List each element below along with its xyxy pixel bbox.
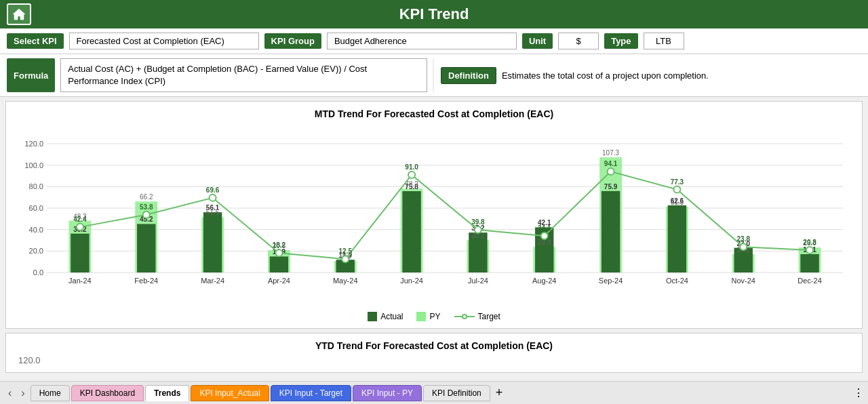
kpi-selector-bar: Select KPI Forecasted Cost at Completion…: [0, 28, 868, 54]
svg-text:Jul-24: Jul-24: [468, 277, 488, 285]
svg-marker-0: [13, 9, 25, 20]
svg-text:Nov-24: Nov-24: [732, 277, 755, 285]
svg-point-81: [275, 250, 282, 257]
ytd-chart-container: YTD Trend For Forecasted Cost at Complet…: [5, 333, 863, 373]
tab-next-button[interactable]: ›: [17, 386, 28, 401]
svg-text:20.0: 20.0: [29, 247, 43, 256]
legend-target-line: [454, 312, 475, 321]
svg-text:60.0: 60.0: [29, 204, 43, 212]
svg-text:Jan-24: Jan-24: [68, 277, 92, 285]
svg-text:66.2: 66.2: [140, 194, 153, 201]
tab-prev-button[interactable]: ‹: [4, 386, 16, 401]
definition-text: Estimates the total cost of a project up…: [502, 70, 861, 81]
svg-text:23.8: 23.8: [737, 236, 751, 243]
svg-text:18.2: 18.2: [273, 242, 286, 249]
home-button[interactable]: [7, 3, 31, 25]
tab-kpi-input-py[interactable]: KPI Input - PY: [353, 385, 422, 401]
tab-kpi-input-target[interactable]: KPI Input - Target: [271, 385, 351, 401]
formula-section: Formula Actual Cost (AC) + (Budget at Co…: [7, 58, 427, 92]
mtd-chart-container: MTD Trend For Forecasted Cost at Complet…: [5, 101, 863, 329]
svg-text:May-24: May-24: [333, 277, 358, 285]
svg-rect-71: [800, 254, 818, 272]
svg-point-85: [408, 171, 415, 178]
svg-text:0.0: 0.0: [33, 268, 43, 277]
svg-text:Mar-24: Mar-24: [201, 277, 224, 285]
svg-text:51.5: 51.5: [206, 209, 220, 217]
svg-point-75: [77, 224, 83, 230]
svg-text:12.5: 12.5: [339, 248, 353, 256]
svg-text:100.0: 100.0: [24, 161, 43, 169]
mtd-chart-title: MTD Trend For Forecasted Cost at Complet…: [13, 108, 855, 119]
tab-home[interactable]: Home: [31, 385, 70, 401]
ytd-y-label: 120.0: [13, 355, 855, 365]
type-label: Type: [604, 33, 637, 49]
mtd-chart-svg: 0.020.040.060.080.0100.0120.036.248.3Jan…: [13, 123, 856, 306]
tab-kpi-dashboard[interactable]: KPI Dashboard: [71, 385, 144, 401]
type-value[interactable]: LTB: [644, 33, 684, 49]
chart-legend: Actual PY Target: [13, 312, 855, 321]
svg-text:Apr-24: Apr-24: [268, 277, 290, 285]
legend-py-label: PY: [429, 312, 440, 321]
svg-text:Feb-24: Feb-24: [134, 277, 158, 285]
svg-rect-31: [270, 257, 288, 273]
legend-py-box: [416, 312, 426, 321]
formula-definition-bar: Formula Actual Cost (AC) + (Budget at Co…: [0, 54, 868, 97]
svg-point-87: [475, 226, 481, 233]
svg-rect-16: [71, 234, 89, 272]
svg-text:120.0: 120.0: [24, 140, 43, 148]
svg-text:42.4: 42.4: [73, 216, 87, 223]
select-kpi-value[interactable]: Forecasted Cost at Completion (EAC): [69, 33, 259, 49]
select-kpi-label: Select KPI: [7, 33, 64, 49]
tab-add-button[interactable]: +: [492, 384, 507, 401]
svg-text:34.1: 34.1: [538, 224, 551, 232]
page-title: KPI Trend: [399, 5, 469, 23]
svg-rect-61: [668, 205, 686, 272]
svg-point-79: [210, 195, 216, 201]
svg-text:53.8: 53.8: [140, 203, 153, 211]
svg-point-91: [608, 168, 614, 175]
svg-point-93: [673, 186, 680, 193]
kpi-group-label: KPI Group: [264, 33, 321, 49]
page-header: KPI Trend: [0, 0, 868, 28]
svg-point-89: [541, 233, 548, 239]
formula-label: Formula: [7, 58, 55, 92]
svg-rect-26: [203, 213, 222, 273]
svg-rect-21: [137, 224, 155, 273]
svg-text:39.8: 39.8: [471, 218, 485, 226]
legend-target: Target: [454, 312, 500, 321]
ytd-chart-title: YTD Trend For Forecasted Cost at Complet…: [13, 340, 855, 351]
svg-rect-41: [402, 191, 420, 272]
definition-section: Definition Estimates the total cost of a…: [433, 58, 861, 92]
tab-trends[interactable]: Trends: [145, 385, 189, 401]
svg-text:Dec-24: Dec-24: [797, 277, 821, 285]
svg-text:40.0: 40.0: [29, 226, 43, 234]
mtd-chart-wrapper: 0.020.040.060.080.0100.0120.036.248.3Jan…: [13, 123, 855, 309]
unit-label: Unit: [522, 33, 553, 49]
svg-text:80.0: 80.0: [29, 183, 43, 191]
svg-text:107.3: 107.3: [602, 149, 619, 157]
svg-text:94.1: 94.1: [604, 160, 618, 167]
tab-bar: ‹ › Home KPI Dashboard Trends KPI Input_…: [0, 381, 868, 404]
svg-text:91.0: 91.0: [405, 163, 418, 171]
kpi-group-value[interactable]: Budget Adherence: [327, 33, 517, 49]
svg-point-83: [342, 256, 349, 263]
svg-text:61.3: 61.3: [671, 199, 684, 206]
tab-kpi-definition[interactable]: KPI Definition: [423, 385, 490, 401]
definition-label: Definition: [441, 67, 496, 84]
legend-py: PY: [416, 312, 440, 321]
unit-value[interactable]: $: [558, 33, 599, 49]
svg-point-97: [806, 247, 813, 254]
svg-text:Aug-24: Aug-24: [532, 277, 556, 285]
svg-text:75.9: 75.9: [604, 183, 618, 190]
svg-rect-56: [601, 191, 620, 272]
tab-more-button[interactable]: ⋮: [853, 386, 864, 399]
svg-text:20.8: 20.8: [803, 239, 816, 246]
svg-text:69.6: 69.6: [206, 186, 220, 194]
svg-point-77: [143, 211, 150, 218]
svg-point-95: [740, 244, 747, 251]
formula-text: Actual Cost (AC) + (Budget at Completion…: [60, 58, 427, 92]
tab-kpi-input-actual[interactable]: KPI Input_Actual: [191, 385, 269, 401]
legend-actual-label: Actual: [380, 312, 403, 321]
svg-text:Jun-24: Jun-24: [400, 277, 423, 285]
legend-actual-box: [368, 312, 377, 321]
